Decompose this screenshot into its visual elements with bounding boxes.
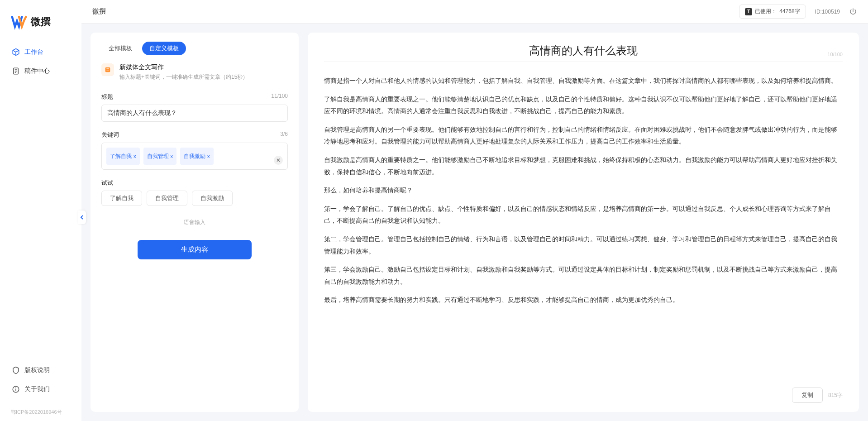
keyword-tag: 自我管理 x — [143, 148, 177, 165]
svg-rect-8 — [106, 68, 109, 69]
keyword-count: 3/6 — [280, 131, 288, 139]
nav-label: 工作台 — [24, 48, 43, 56]
sidebar-bottom: 版权说明 关于我们 — [0, 356, 81, 405]
input-panel: 全部模板 自定义模板 新媒体全文写作 输入标题+关键词，一键准确生成所需文章（约… — [91, 33, 299, 412]
shield-icon — [12, 366, 20, 374]
power-icon[interactable] — [849, 8, 857, 16]
nav-label: 关于我们 — [24, 385, 50, 393]
user-id: ID:100519 — [815, 9, 840, 15]
template-card: 新媒体全文写作 输入标题+关键词，一键准确生成所需文章（约15秒） — [101, 63, 288, 81]
topbar: 微撰 T 已使用： 44768字 ID:100519 — [81, 0, 868, 24]
suggest-btn[interactable]: 自我管理 — [147, 191, 187, 206]
paragraph: 最后，培养高情商需要长期的努力和实践。只有通过不断地学习、反思和实践，才能够提高… — [324, 294, 843, 306]
paragraph: 第一，学会了解自己。了解自己的优点、缺点、个性特质和偏好，以及自己的情感状态和情… — [324, 203, 843, 227]
usage-label: 已使用： — [755, 8, 777, 15]
content: 全部模板 自定义模板 新媒体全文写作 输入标题+关键词，一键准确生成所需文章（约… — [81, 24, 868, 421]
keyword-label: 关键词 — [101, 131, 119, 139]
divider — [324, 62, 843, 62]
paragraph: 自我管理是高情商人的另一个重要表现。他们能够有效地控制自己的言行和行为，控制自己… — [324, 124, 843, 148]
title-input[interactable] — [101, 105, 288, 122]
logo-icon — [11, 14, 27, 30]
suggest-btn[interactable]: 自我激励 — [192, 191, 233, 206]
title-label: 标题 — [101, 93, 113, 101]
template-desc: 输入标题+关键词，一键准确生成所需文章（约15秒） — [119, 73, 248, 81]
svg-rect-9 — [106, 70, 109, 70]
generate-button[interactable]: 生成内容 — [138, 240, 252, 259]
article-title-count: 10/100 — [827, 52, 843, 57]
voice-input-hint[interactable]: 语音输入 — [101, 214, 288, 240]
main-nav: 工作台 稿件中心 — [0, 43, 81, 81]
article-char-count: 815字 — [828, 392, 843, 399]
paragraph: 那么，如何培养和提高情商呢？ — [324, 184, 843, 196]
paragraph: 情商是指一个人对自己和他人的情感的认知和管理能力，包括了解自我、自我管理、自我激… — [324, 75, 843, 87]
brand-name: 微撰 — [31, 15, 51, 29]
keyword-tag: 了解自我 x — [106, 148, 140, 165]
clear-tags-icon[interactable]: ✕ — [274, 156, 283, 165]
text-icon: T — [745, 8, 752, 15]
nav-copyright[interactable]: 版权说明 — [5, 362, 76, 379]
keyword-tag-box[interactable]: 了解自我 x 自我管理 x 自我激励 x ✕ — [101, 143, 288, 170]
usage-value: 44768字 — [779, 8, 800, 15]
sidebar: 微撰 工作台 稿件中心 版权说明 — [0, 0, 81, 421]
nav-label: 版权说明 — [24, 366, 50, 374]
tab-all-templates[interactable]: 全部模板 — [101, 42, 139, 55]
nav-workspace[interactable]: 工作台 — [5, 43, 76, 61]
suggest-btn[interactable]: 了解自我 — [101, 191, 142, 206]
copy-button[interactable]: 复制 — [792, 388, 823, 403]
sidebar-collapse-handle[interactable] — [78, 210, 86, 224]
template-icon — [101, 63, 114, 76]
tag-remove-icon[interactable]: x — [171, 153, 173, 159]
template-tabs: 全部模板 自定义模板 — [101, 42, 288, 55]
nav-drafts[interactable]: 稿件中心 — [5, 62, 76, 80]
article-body[interactable]: 情商是指一个人对自己和他人的情感的认知和管理能力，包括了解自我、自我管理、自我激… — [324, 75, 843, 312]
file-icon — [12, 67, 20, 75]
svg-point-6 — [16, 388, 16, 388]
try-label: 试试 — [101, 179, 113, 187]
info-icon — [12, 385, 20, 393]
tag-remove-icon[interactable]: x — [134, 153, 136, 159]
article-title[interactable]: 高情商的人有什么表现 — [324, 43, 843, 58]
paragraph: 了解自我是高情商人的重要表现之一。他们能够清楚地认识自己的优点和缺点，以及自己的… — [324, 93, 843, 117]
keyword-tag: 自我激励 x — [180, 148, 214, 165]
template-title: 新媒体全文写作 — [119, 63, 248, 72]
paragraph: 自我激励是高情商人的重要特质之一。他们能够激励自己不断地追求目标和梦想，克服困难… — [324, 154, 843, 178]
tag-remove-icon[interactable]: x — [207, 153, 210, 159]
paragraph: 第二，学会管理自己。管理自己包括控制自己的情绪、行为和言语，以及管理自己的时间和… — [324, 233, 843, 257]
page-title: 微撰 — [92, 7, 106, 16]
usage-pill[interactable]: T 已使用： 44768字 — [739, 5, 806, 19]
brand-logo: 微撰 — [0, 14, 81, 43]
icp-text: 鄂ICP备2022016946号 — [0, 405, 81, 421]
nav-label: 稿件中心 — [24, 67, 50, 75]
title-count: 11/100 — [271, 93, 288, 101]
cube-icon — [12, 48, 20, 56]
output-panel: 高情商的人有什么表现 10/100 情商是指一个人对自己和他人的情感的认知和管理… — [308, 33, 859, 412]
main-area: 微撰 T 已使用： 44768字 ID:100519 全部模板 自定义模板 — [81, 0, 868, 421]
paragraph: 第三，学会激励自己。激励自己包括设定目标和计划、自我激励和自我奖励等方式。可以通… — [324, 263, 843, 287]
nav-about[interactable]: 关于我们 — [5, 381, 76, 398]
tab-custom-template[interactable]: 自定义模板 — [142, 42, 186, 55]
